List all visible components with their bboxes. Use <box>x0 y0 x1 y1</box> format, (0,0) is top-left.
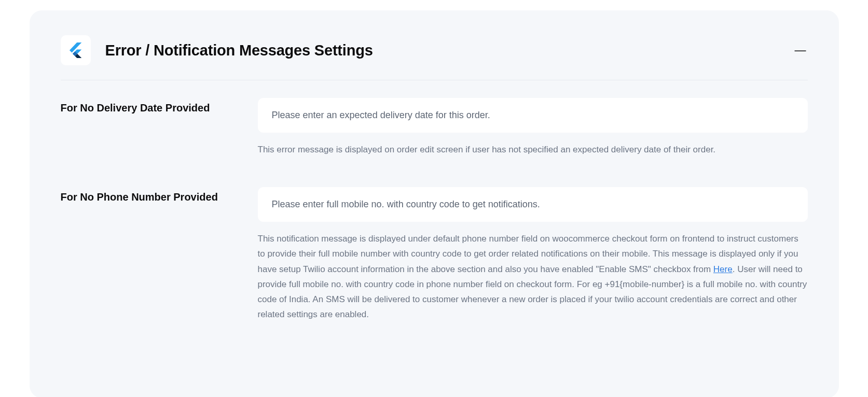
settings-panel: Error / Notification Messages Settings —… <box>30 10 839 397</box>
enable-sms-here-link[interactable]: Here <box>713 264 733 274</box>
help-text-no-phone: This notification message is displayed u… <box>258 231 808 322</box>
setting-row-no-phone: For No Phone Number Provided This notifi… <box>61 187 808 322</box>
panel-title: Error / Notification Messages Settings <box>105 42 373 59</box>
help-text-no-delivery-date: This error message is displayed on order… <box>258 142 808 157</box>
setting-row-no-delivery-date: For No Delivery Date Provided This error… <box>61 98 808 157</box>
collapse-button[interactable]: — <box>793 43 808 58</box>
settings-body: For No Delivery Date Provided This error… <box>61 80 808 322</box>
setting-control: This error message is displayed on order… <box>258 98 808 157</box>
minus-icon: — <box>795 45 806 56</box>
flutter-icon <box>66 41 85 60</box>
no-delivery-date-input[interactable] <box>258 98 808 133</box>
app-logo-icon <box>61 35 91 65</box>
setting-control: This notification message is displayed u… <box>258 187 808 322</box>
setting-label-no-phone: For No Phone Number Provided <box>61 187 237 205</box>
panel-header: Error / Notification Messages Settings — <box>61 35 808 80</box>
setting-label-no-delivery-date: For No Delivery Date Provided <box>61 98 237 116</box>
no-phone-input[interactable] <box>258 187 808 222</box>
